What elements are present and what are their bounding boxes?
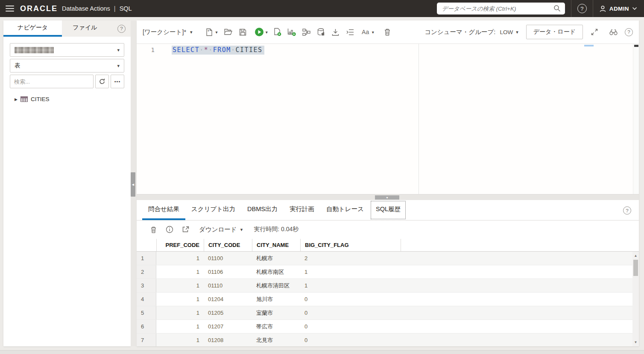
search-icon[interactable] xyxy=(553,5,561,12)
format-button[interactable] xyxy=(343,25,357,39)
clear-results-button[interactable] xyxy=(146,222,161,237)
download-editor-button[interactable] xyxy=(328,25,343,39)
editor-scrollbar-thumb[interactable] xyxy=(634,45,638,47)
hamburger-menu-icon[interactable] xyxy=(6,6,14,12)
city-name-cell[interactable]: 札幌市清田区 xyxy=(252,279,300,292)
database-search-input[interactable] xyxy=(437,3,565,15)
city-name-cell[interactable]: 帯広市 xyxy=(252,320,300,333)
table-row[interactable]: 7 1 01208 北見市 0 xyxy=(137,334,639,346)
city-code-cell[interactable]: 01106 xyxy=(204,265,252,279)
pref-code-cell[interactable]: 1 xyxy=(156,306,204,319)
tab-files[interactable]: ファイル xyxy=(62,20,108,37)
scroll-up-icon[interactable]: ▲ xyxy=(632,252,639,258)
object-type-select[interactable]: 表 ▾ xyxy=(10,59,124,73)
tab-sql-history[interactable]: SQL履歴 xyxy=(370,200,407,220)
caret-down-icon[interactable]: ▾ xyxy=(372,30,374,35)
open-file-button[interactable] xyxy=(221,25,236,39)
sql-statement[interactable]: SELECT·*·FROM·CITIES xyxy=(172,46,264,55)
big-city-flag-cell[interactable]: 0 xyxy=(300,306,401,319)
caret-down-icon[interactable]: ▾ xyxy=(266,30,268,35)
grid-scrollbar-thumb[interactable] xyxy=(633,260,638,276)
sql-history-db-button[interactable] xyxy=(314,25,328,39)
open-in-new-button[interactable] xyxy=(179,222,193,237)
pref-code-cell[interactable]: 1 xyxy=(156,293,204,306)
sidebar-help-icon[interactable]: ? xyxy=(117,25,126,33)
city-name-cell[interactable]: 札幌市 xyxy=(252,252,300,265)
schema-select[interactable]: ▾ xyxy=(10,43,124,57)
city-code-cell[interactable]: 01204 xyxy=(204,293,252,306)
find-button[interactable] xyxy=(606,25,621,39)
grid-scrollbar[interactable]: ▲ ▼ xyxy=(632,252,639,346)
splitter-handle[interactable]: ▼ xyxy=(375,195,399,200)
sidebar-splitter-handle[interactable]: ◀ xyxy=(131,172,135,197)
run-statement-button[interactable] xyxy=(252,25,266,39)
city-code-cell[interactable]: 01208 xyxy=(204,334,252,346)
row-number-cell[interactable]: 7 xyxy=(137,334,156,346)
city-code-cell[interactable]: 01207 xyxy=(204,320,252,333)
pref-code-cell[interactable]: 1 xyxy=(156,320,204,333)
big-city-flag-cell[interactable]: 1 xyxy=(300,265,401,279)
download-results-select[interactable]: ダウンロード ▾ xyxy=(199,226,243,234)
city-name-cell[interactable]: 旭川市 xyxy=(252,293,300,306)
help-icon[interactable]: ? xyxy=(577,4,587,13)
pref-code-cell[interactable]: 1 xyxy=(156,265,204,279)
scroll-down-icon[interactable]: ▼ xyxy=(632,339,639,345)
big-city-flag-cell[interactable]: 2 xyxy=(300,252,401,265)
refresh-button[interactable] xyxy=(95,75,109,88)
row-number-cell[interactable]: 2 xyxy=(137,265,156,279)
table-row[interactable]: 3 1 01110 札幌市清田区 1 xyxy=(137,279,639,293)
clear-worksheet-button[interactable] xyxy=(380,25,395,39)
big-city-flag-cell[interactable]: 0 xyxy=(300,334,401,346)
tab-explain-plan[interactable]: 実行計画 xyxy=(284,200,320,220)
run-script-button[interactable] xyxy=(270,25,285,39)
row-number-cell[interactable]: 5 xyxy=(137,306,156,319)
table-row[interactable]: 4 1 01204 旭川市 0 xyxy=(137,293,639,306)
row-number-cell[interactable]: 4 xyxy=(137,293,156,306)
column-header-city-name[interactable]: CITY_NAME xyxy=(252,239,300,251)
tree-item-cities[interactable]: ▶ CITIES xyxy=(15,96,124,102)
pref-code-cell[interactable]: 1 xyxy=(156,252,204,265)
column-header-pref-code[interactable]: PREF_CODE xyxy=(156,239,204,251)
sql-editor[interactable]: 1 SELECT·*·FROM·CITIES xyxy=(137,44,639,194)
tab-query-result[interactable]: 問合せ結果 xyxy=(142,200,185,220)
city-code-cell[interactable]: 01110 xyxy=(204,279,252,292)
city-name-cell[interactable]: 室蘭市 xyxy=(252,306,300,319)
pref-code-cell[interactable]: 1 xyxy=(156,334,204,346)
tab-autotrace[interactable]: 自動トレース xyxy=(320,200,370,220)
expand-button[interactable] xyxy=(587,25,602,39)
big-city-flag-cell[interactable]: 1 xyxy=(300,279,401,292)
object-search-input[interactable] xyxy=(10,75,94,88)
table-row[interactable]: 1 1 01100 札幌市 2 xyxy=(137,252,639,265)
table-row[interactable]: 5 1 01205 室蘭市 0 xyxy=(137,306,639,320)
column-header-city-code[interactable]: CITY_CODE xyxy=(204,239,252,251)
city-name-cell[interactable]: 北見市 xyxy=(252,334,300,346)
new-worksheet-button[interactable]: * xyxy=(202,25,217,39)
city-name-cell[interactable]: 札幌市南区 xyxy=(252,265,300,279)
consumer-group-select[interactable]: LOW ▾ xyxy=(500,29,518,35)
worksheet-selector[interactable]: [ワークシート]* ▾ xyxy=(143,28,193,36)
table-row[interactable]: 2 1 01106 札幌市南区 1 xyxy=(137,265,639,279)
results-help-icon[interactable]: ? xyxy=(623,206,631,215)
editor-scrollbar[interactable] xyxy=(633,44,639,194)
row-number-cell[interactable]: 6 xyxy=(137,320,156,333)
big-city-flag-cell[interactable]: 0 xyxy=(300,293,401,306)
big-city-flag-cell[interactable]: 0 xyxy=(300,320,401,333)
row-number-header[interactable] xyxy=(137,239,156,251)
explain-plan-button[interactable] xyxy=(285,25,299,39)
city-code-cell[interactable]: 01205 xyxy=(204,306,252,319)
column-header-big-city-flag[interactable]: BIG_CITY_FLAG xyxy=(300,239,401,251)
row-number-cell[interactable]: 3 xyxy=(137,279,156,292)
tab-navigator[interactable]: ナビゲータ xyxy=(3,20,62,37)
text-case-button[interactable]: Aa xyxy=(358,25,373,39)
autotrace-button[interactable] xyxy=(299,25,314,39)
city-code-cell[interactable]: 01100 xyxy=(204,252,252,265)
tree-expand-icon[interactable]: ▶ xyxy=(15,97,18,102)
worksheet-help-icon[interactable]: ? xyxy=(625,28,633,36)
more-options-button[interactable]: ••• xyxy=(111,75,124,88)
save-button[interactable] xyxy=(236,25,250,39)
tab-dbms-output[interactable]: DBMS出力 xyxy=(241,200,284,220)
info-button[interactable] xyxy=(162,222,177,237)
table-row[interactable]: 6 1 01207 帯広市 0 xyxy=(137,320,639,334)
caret-down-icon[interactable]: ▾ xyxy=(216,30,218,35)
tab-script-output[interactable]: スクリプト出力 xyxy=(185,200,241,220)
